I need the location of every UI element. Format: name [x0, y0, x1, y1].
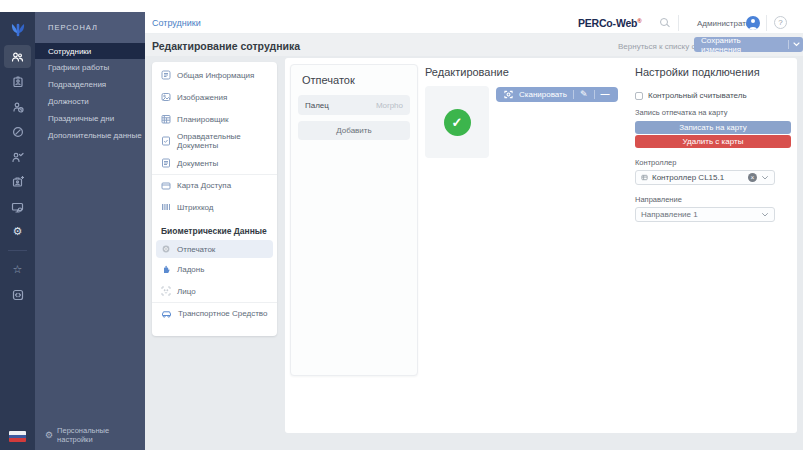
- menu-item-vehicle[interactable]: Транспортное Средство: [152, 302, 277, 324]
- menu-item-fingerprint[interactable]: Отпечаток: [156, 240, 273, 258]
- controller-icon: [641, 174, 648, 181]
- direction-label: Направление: [635, 195, 791, 204]
- rail-divider: [8, 250, 27, 251]
- scan-toolbar: Сканировать ✎ —: [496, 87, 618, 102]
- rail-id-badge-icon[interactable]: [0, 69, 35, 94]
- menu-item-barcode[interactable]: Штрихкод: [152, 196, 277, 218]
- remove-icon[interactable]: —: [601, 90, 610, 99]
- menu-item-excuse-documents[interactable]: Оправдательные Документы: [152, 130, 277, 152]
- finger-row[interactable]: Палец Morpho: [298, 95, 410, 115]
- sidebar-item-employees[interactable]: Сотрудники: [35, 43, 145, 59]
- add-finger-button[interactable]: Добавить: [298, 121, 410, 140]
- page-title: Редактирование сотрудника: [152, 40, 300, 52]
- chevron-down-icon[interactable]: [789, 42, 803, 47]
- control-reader-row[interactable]: Контрольный считыватель: [635, 91, 791, 100]
- menu-item-planner[interactable]: Планировщик: [152, 108, 277, 130]
- edit-icon[interactable]: ✎: [580, 90, 588, 99]
- registered-mark: ®: [637, 18, 641, 24]
- personal-settings[interactable]: ⚙ Персональные настройки: [45, 426, 145, 444]
- perco-logo-icon: [0, 12, 35, 44]
- flag-ru-icon[interactable]: [9, 431, 26, 442]
- editing-title: Редактирование: [425, 66, 509, 78]
- menu-item-general-info[interactable]: Общая Информация: [152, 64, 277, 86]
- controller-label: Контроллер: [635, 158, 791, 167]
- breadcrumb[interactable]: Сотрудники: [152, 18, 201, 28]
- menu-item-access-card[interactable]: Карта Доступа: [152, 174, 277, 196]
- perco-web-app: ⚙ ☆ ПЕРСОНАЛ Сотрудники Графики работы П…: [0, 0, 803, 450]
- sidebar-section-label: ПЕРСОНАЛ: [35, 12, 145, 43]
- icon-rail: ⚙ ☆: [0, 12, 35, 450]
- page-header: Редактирование сотрудника Вернуться к сп…: [145, 34, 803, 56]
- search-icon[interactable]: [660, 18, 668, 26]
- controller-value: Контроллер CL15.1: [652, 173, 724, 182]
- finger-label: Палец: [305, 101, 329, 110]
- connection-title: Настройки подключения: [635, 66, 791, 78]
- connection-settings: Настройки подключения Контрольный считыв…: [635, 66, 791, 222]
- direction-select[interactable]: Направление 1: [635, 207, 775, 222]
- fingerprint-panel-title: Отпечаток: [302, 74, 417, 86]
- sidebar: ПЕРСОНАЛ Сотрудники Графики работы Подра…: [35, 12, 145, 450]
- write-to-card-label: Запись отпечатка на карту: [635, 108, 791, 117]
- finger-device: Morpho: [376, 101, 403, 110]
- delete-from-card-button[interactable]: Удалить с карты: [635, 135, 791, 148]
- chevron-down-icon: [761, 175, 769, 181]
- rail-star-icon[interactable]: ☆: [0, 257, 35, 282]
- menu-item-documents[interactable]: Документы: [152, 152, 277, 174]
- sidebar-item-work-schedules[interactable]: Графики работы: [35, 59, 145, 76]
- rail-gear-icon[interactable]: ⚙: [0, 219, 35, 244]
- menu-item-images[interactable]: Изображения: [152, 86, 277, 108]
- scan-icon: [504, 90, 513, 99]
- fingerprint-thumbnail[interactable]: ✓: [425, 86, 489, 158]
- topbar-divider: [766, 15, 767, 31]
- sidebar-item-additional-data[interactable]: Дополнительные данные: [35, 127, 145, 144]
- scan-button[interactable]: Сканировать: [519, 90, 567, 99]
- rail-user-check-icon[interactable]: [0, 144, 35, 169]
- control-reader-checkbox[interactable]: [635, 92, 643, 100]
- employee-menu-card: Общая Информация Изображения Планировщик…: [152, 62, 277, 336]
- rail-badge-plus-icon[interactable]: [0, 169, 35, 194]
- control-reader-label: Контрольный считыватель: [648, 91, 747, 100]
- success-check-icon: ✓: [444, 109, 471, 136]
- topbar: Сотрудники PERCo-Web® Администратор ?: [145, 12, 803, 34]
- chevron-down-icon: [761, 212, 769, 218]
- rail-link-icon[interactable]: [0, 119, 35, 144]
- gear-icon: ⚙: [45, 430, 53, 440]
- direction-value: Направление 1: [641, 210, 698, 219]
- save-button-label: Сохранить изменения: [694, 36, 788, 54]
- menu-item-face[interactable]: Лицо: [152, 280, 277, 302]
- main-content: Общая Информация Изображения Планировщик…: [145, 56, 803, 450]
- write-to-card-button[interactable]: Записать на карту: [635, 121, 791, 134]
- perco-web-logo: PERCo-Web®: [578, 17, 642, 29]
- menu-item-palm[interactable]: Ладонь: [152, 258, 277, 280]
- rail-code-box-icon[interactable]: [0, 282, 35, 307]
- help-icon[interactable]: ?: [774, 16, 787, 29]
- fingerprint-editor-panel: Отпечаток Палец Morpho Добавить Редактир…: [285, 58, 797, 433]
- personal-settings-label: Персональные настройки: [57, 426, 145, 444]
- controller-select[interactable]: Контроллер CL15.1 ×: [635, 170, 775, 185]
- topbar-divider: [678, 15, 679, 31]
- rail-user-clock-icon[interactable]: [0, 94, 35, 119]
- menu-section-biometric: Биометрические Данные: [152, 218, 277, 240]
- clear-icon[interactable]: ×: [748, 173, 757, 182]
- user-avatar[interactable]: [746, 16, 760, 30]
- sidebar-item-positions[interactable]: Должности: [35, 93, 145, 110]
- rail-users-icon[interactable]: [0, 44, 35, 69]
- save-button[interactable]: Сохранить изменения: [694, 37, 803, 52]
- sidebar-item-departments[interactable]: Подразделения: [35, 76, 145, 93]
- fingerprint-list-card: Отпечаток Палец Morpho Добавить: [290, 64, 418, 376]
- rail-monitor-user-icon[interactable]: [0, 194, 35, 219]
- sidebar-item-holidays[interactable]: Праздничные дни: [35, 110, 145, 127]
